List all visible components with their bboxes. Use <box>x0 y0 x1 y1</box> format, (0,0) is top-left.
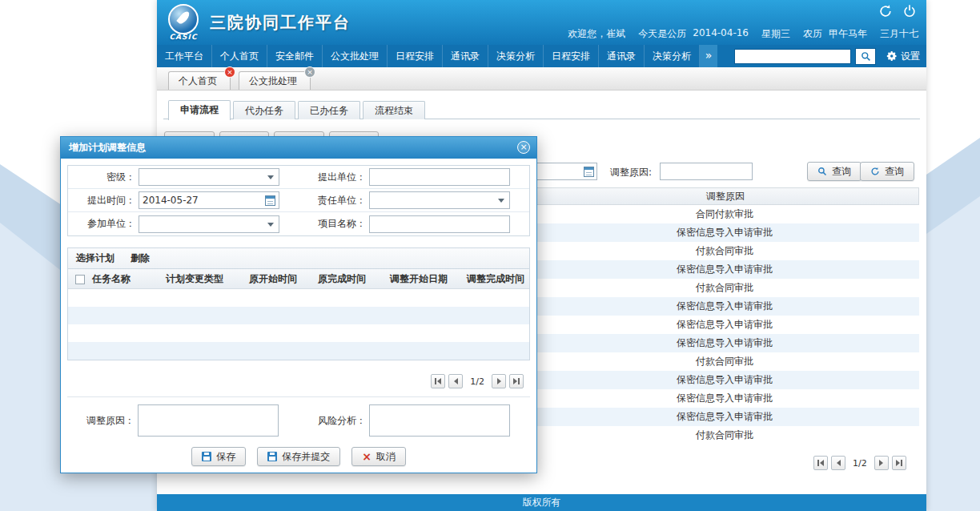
tab-todo-tasks[interactable]: 代办任务 <box>233 101 295 119</box>
adjust-reason-cell: 保密信息导入申请审批 <box>532 260 917 279</box>
settings-button[interactable]: 设置 <box>886 50 920 63</box>
adjust-reason-cell: 付款合同审批 <box>532 352 917 371</box>
adjust-reason-textarea[interactable] <box>138 404 279 437</box>
participate-unit-select[interactable] <box>139 215 279 233</box>
search-button[interactable] <box>855 48 876 65</box>
nav-item-decision-analysis-2[interactable]: 决策分析 <box>645 45 700 67</box>
close-tab-icon[interactable]: × <box>224 66 235 78</box>
prev-page-button[interactable] <box>831 456 845 470</box>
adjust-reason-cell: 保密信息导入申请审批 <box>532 408 917 426</box>
nav-item-document-processing[interactable]: 公文批处理 <box>323 45 388 67</box>
select-all-checkbox[interactable] <box>75 275 85 284</box>
nav-item-contacts-2[interactable]: 通讯录 <box>599 45 645 67</box>
column-header-change-type: 计划变更类型 <box>166 272 249 286</box>
propose-time-label: 提出时间： <box>68 194 135 207</box>
column-header-orig-start: 原开始时间 <box>249 272 318 286</box>
search-icon <box>861 51 871 62</box>
risk-analysis-label: 风险分析： <box>299 414 366 428</box>
column-header-adjust-start: 调整开始日期 <box>390 272 467 286</box>
search-input[interactable] <box>734 49 851 64</box>
page-indicator: 1/2 <box>853 458 867 469</box>
next-page-button[interactable] <box>492 374 506 388</box>
save-icon <box>267 452 277 461</box>
header-actions <box>878 4 917 18</box>
dialog-titlebar[interactable]: 增加计划调整信息 × <box>61 137 536 159</box>
date-filter-input[interactable] <box>528 163 597 180</box>
nav-item-secure-mail[interactable]: 安全邮件 <box>267 45 323 67</box>
adjust-reason-cell: 保密信息导入申请审批 <box>532 223 917 242</box>
nav-item-schedule-2[interactable]: 日程安排 <box>544 45 599 67</box>
project-name-input[interactable] <box>369 215 510 233</box>
nav-item-schedule[interactable]: 日程安排 <box>388 45 443 67</box>
close-tab-icon[interactable]: × <box>304 66 315 78</box>
propose-unit-label: 提出单位： <box>299 171 366 184</box>
project-name-label: 项目名称： <box>299 217 366 231</box>
plan-table: 任务名称 计划变更类型 原开始时间 原完成时间 调整开始日期 调整完成时间 <box>67 268 530 360</box>
last-page-button[interactable] <box>892 456 906 470</box>
dialog-pagination: 1/2 <box>431 374 524 388</box>
empty-table-row <box>68 342 529 360</box>
prev-page-button[interactable] <box>448 374 463 388</box>
responsible-unit-select[interactable] <box>369 191 510 209</box>
query-button-label: 查询 <box>832 165 851 179</box>
save-and-submit-button[interactable]: 保存并提交 <box>257 447 340 466</box>
close-icon[interactable]: × <box>517 141 530 154</box>
calendar-icon[interactable] <box>584 167 594 177</box>
nav-item-work-platform[interactable]: 工作平台 <box>157 45 212 67</box>
column-header-task-name: 任务名称 <box>92 272 166 286</box>
cancel-button-label: 取消 <box>376 450 396 464</box>
query-refresh-button[interactable]: 查询 <box>860 162 914 181</box>
window-tab-personal-home[interactable]: 个人首页 × <box>168 71 231 90</box>
page-indicator: 1/2 <box>470 376 484 387</box>
adjust-reason-cell: 保密信息导入申请审批 <box>532 297 917 316</box>
gear-icon <box>886 50 898 62</box>
plan-table-header: 任务名称 计划变更类型 原开始时间 原完成时间 调整开始日期 调整完成时间 <box>68 269 529 289</box>
save-button[interactable]: 保存 <box>191 447 246 466</box>
query-refresh-button-label: 查询 <box>885 165 904 179</box>
nav-item-decision-analysis[interactable]: 决策分析 <box>488 45 544 67</box>
nav-item-personal-home[interactable]: 个人首页 <box>212 45 267 67</box>
lunar-day: 三月十七 <box>880 27 918 41</box>
today-prefix: 今天是公历 <box>638 27 686 41</box>
app-header: CASIC 三院协同工作平台 欢迎您，崔斌 今天是公历 2014-04-16 星… <box>157 0 926 45</box>
search-icon <box>817 167 827 176</box>
window-tab-label: 个人首页 <box>179 75 217 87</box>
tab-apply-process[interactable]: 申请流程 <box>168 100 231 120</box>
secrecy-level-select[interactable] <box>139 168 279 186</box>
refresh-icon <box>870 167 880 176</box>
calendar-icon[interactable] <box>265 195 275 206</box>
tab-process-end[interactable]: 流程结束 <box>363 101 425 119</box>
dialog-bottom-form: 调整原因： 风险分析： <box>67 404 530 437</box>
adjust-reason-cell: 付款合同审批 <box>532 242 917 260</box>
next-page-button[interactable] <box>874 456 889 470</box>
first-page-button[interactable] <box>813 456 828 470</box>
empty-table-row <box>68 324 529 342</box>
content-tabbar: 申请流程 代办任务 已办任务 流程结束 <box>163 100 920 119</box>
adjust-reason-cell: 保密信息导入申请审批 <box>532 371 917 389</box>
query-button[interactable]: 查询 <box>807 162 862 181</box>
window-tab-label: 公文批处理 <box>249 75 297 87</box>
refresh-icon[interactable] <box>878 4 893 18</box>
welcome-bar: 欢迎您，崔斌 今天是公历 2014-04-16 星期三 农历 甲午马年 三月十七 <box>568 27 918 41</box>
select-plan-button[interactable]: 选择计划 <box>76 251 114 265</box>
responsible-unit-label: 责任单位： <box>299 194 366 207</box>
power-icon[interactable] <box>902 4 917 18</box>
propose-unit-input[interactable] <box>369 168 510 186</box>
nav-right-tools: 设置 <box>734 45 926 67</box>
last-page-button[interactable] <box>509 374 524 388</box>
adjust-reason-filter-input[interactable] <box>660 163 753 180</box>
participate-unit-label: 参加单位： <box>68 217 135 231</box>
nav-more-button[interactable]: » <box>700 45 717 67</box>
cancel-button[interactable]: × 取消 <box>351 447 406 466</box>
propose-time-datepicker[interactable]: 2014-05-27 <box>139 191 279 209</box>
divider <box>67 396 530 397</box>
dialog-buttons: 保存 保存并提交 × 取消 <box>61 447 536 466</box>
risk-analysis-textarea[interactable] <box>369 404 510 437</box>
empty-table-row <box>68 289 529 307</box>
delete-button[interactable]: 删除 <box>131 251 150 265</box>
tab-done-tasks[interactable]: 已办任务 <box>298 101 360 119</box>
window-tab-document-processing[interactable]: 公文批处理 × <box>239 71 311 90</box>
first-page-button[interactable] <box>431 374 445 388</box>
nav-item-contacts[interactable]: 通讯录 <box>443 45 488 67</box>
column-header-adjust-reason: 调整原因 <box>533 188 918 204</box>
